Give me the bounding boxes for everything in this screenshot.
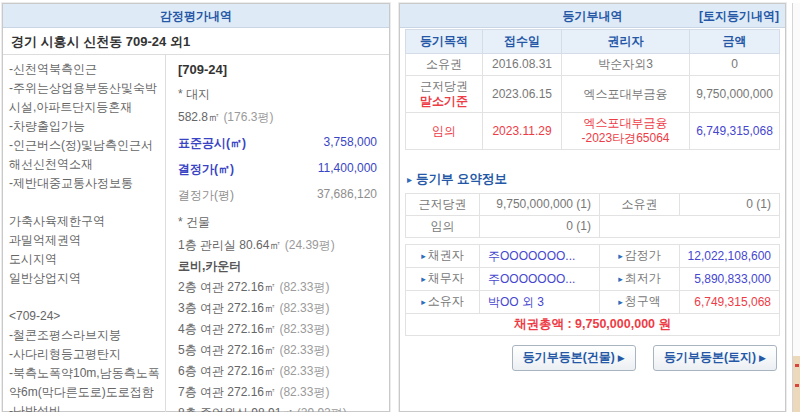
registry-holder-cell: 엑스포대부금융 (562, 76, 690, 113)
building-line-text: 1층 관리실 80.64㎡ (178, 238, 281, 252)
registry-header-row: 등기목적 접수일 권리자 금액 (406, 30, 780, 54)
party-label: 채무자 (428, 271, 464, 285)
registry-holder-case: -2023타경65064 (564, 131, 687, 146)
appraisal-note-line: -북측노폭약10m,남동측노폭약6m(막다른도로)도로접함 (9, 364, 162, 402)
summary-counts-table: 근저당권 9,750,000,000 (1) 소유권 0 (1) 임의 0 (1… (405, 193, 780, 238)
registry-summary-title-text: 등기부 요약정보 (416, 172, 507, 186)
party-label: 소유자 (428, 294, 464, 308)
building-line: 로비,카운터 (178, 258, 379, 275)
registry-panel-title: 등기부내역 [토지등기내역] (400, 4, 785, 28)
summary-counts-row: 근저당권 9,750,000,000 (1) 소유권 0 (1) (406, 194, 780, 216)
registry-row: 근저당권 말소기준 2023.06.15 엑스포대부금융 9,750,000,0… (406, 76, 780, 113)
registry-panel: 등기부내역 [토지등기내역] 등기목적 접수일 권리자 금액 (399, 3, 786, 412)
appraisal-note-line: 도시지역 (9, 250, 162, 269)
building-line-text: 5층 여관 272.16㎡ (178, 343, 276, 357)
registry-summary-title: ▸등기부 요약정보 (407, 171, 778, 188)
row-marker-icon: ▸ (618, 274, 623, 284)
building-line-pyeong: (82.33평) (279, 385, 329, 399)
appraisal-body: -신천역북측인근 -주위는상업용부동산및숙박시설,아파트단지등혼재 -차량출입가… (3, 55, 389, 412)
appraisal-note-line: -인근버스(정)및남측인근서해선신천역소재 (9, 136, 162, 174)
building-line: 8층 종업원실 98.91㎡ (29.92평) (178, 405, 379, 412)
registry-purpose: 근저당권 (408, 79, 480, 94)
building-line-text: 6층 여관 272.16㎡ (178, 364, 276, 378)
summary-label: 근저당권 (406, 194, 480, 216)
price-label-cell: ▸감정가 (600, 245, 680, 268)
summary-label: 소유권 (600, 194, 680, 216)
col-amount: 금액 (690, 30, 780, 54)
registry-holder: 박순자외3 (564, 57, 687, 72)
registry-table: 등기목적 접수일 권리자 금액 소유권 2016. (405, 29, 780, 150)
registry-date: 2023.06.15 (483, 76, 562, 113)
land-area-pyeong: (176.3평) (223, 110, 273, 124)
building-line-text: 4층 여관 272.16㎡ (178, 322, 276, 336)
building-line: 6층 여관 272.16㎡ (82.33평) (178, 363, 379, 380)
appraisal-note-line: -주위는상업용부동산및숙박시설,아파트단지등혼재 (9, 79, 162, 117)
party-label-cell: ▸채무자 (406, 268, 480, 291)
appraisal-note-line: -신천역북측인근 (9, 60, 162, 79)
party-value: 주OOOOOOO... (480, 268, 600, 291)
registry-amount: 0 (690, 54, 780, 76)
price-label: 감정가 (625, 248, 661, 262)
summary-empty-cell (600, 216, 780, 238)
appraisal-note-line: -난방설비 (9, 402, 162, 412)
land-registry-tag[interactable]: [토지등기내역] (699, 4, 779, 28)
registry-copy-building-button[interactable]: 등기부등본(건물)▶ (512, 345, 636, 371)
building-line-pyeong: (29.92평) (297, 406, 347, 412)
price-label-cell: ▸청구액 (600, 291, 680, 314)
price-rows: 표준공시(㎡) 3,758,000 결정가(㎡) 11,400,000 결정가(… (178, 135, 379, 204)
building-line-pyeong: (82.33평) (279, 322, 329, 336)
party-value: 박OO 외 3 (480, 291, 600, 314)
registry-holder: 엑스포대부금융 (564, 116, 687, 131)
appraisal-notes-column: -신천역북측인근 -주위는상업용부동산및숙박시설,아파트단지등혼재 -차량출입가… (3, 55, 166, 412)
registry-purpose-cell: 근저당권 말소기준 (406, 76, 483, 113)
building-line-text: 로비,카운터 (178, 259, 241, 273)
registry-copy-land-button[interactable]: 등기부등본(토지)▶ (653, 345, 777, 371)
summary-value: 0 (1) (680, 194, 780, 216)
building-line: 5층 여관 272.16㎡ (82.33평) (178, 342, 379, 359)
summary-label: 임의 (406, 216, 480, 238)
section-marker-icon: ▸ (407, 174, 412, 185)
appraisal-note-line: -제반대중교통사정보통 (9, 174, 162, 193)
land-heading: * 대지 (178, 86, 379, 103)
registry-holder-cell: 엑스포대부금융 -2023타경65064 (562, 113, 690, 150)
party-label: 채권자 (428, 248, 464, 262)
price-value: 12,022,108,600 (680, 245, 780, 268)
party-value: 주OOOOOOO... (480, 245, 600, 268)
price-value: 5,890,833,000 (680, 268, 780, 291)
adjacent-panel-map-fragment (793, 356, 800, 412)
registry-row: 소유권 2016.08.31 박순자외3 0 (406, 54, 780, 76)
price-label-cell: ▸최저가 (600, 268, 680, 291)
price-row: 결정가(평) 37,686,120 (178, 187, 379, 204)
party-label-cell: ▸채권자 (406, 245, 480, 268)
appraisal-detail-column: [709-24] * 대지 582.8㎡ (176.3평) 표준공시(㎡) 3,… (166, 55, 389, 412)
summary-counts-row: 임의 0 (1) (406, 216, 780, 238)
price-label: 청구액 (625, 294, 661, 308)
registry-row: 임의 2023.11.29 엑스포대부금융 -2023타경65064 6,749… (406, 113, 780, 150)
page: 감정평가내역 경기 시흥시 신천동 709-24 외1 -신천역북측인근 -주위… (0, 0, 800, 412)
appraisal-note-line: <709-24> (9, 307, 162, 326)
registry-purpose: 소유권 (408, 57, 480, 72)
summary-value: 0 (1) (480, 216, 600, 238)
building-heading: * 건물 (178, 214, 379, 231)
registry-purpose-sub: 말소기준 (408, 94, 480, 109)
building-line-pyeong: (82.33평) (279, 301, 329, 315)
appraisal-note-line: 가축사육제한구역 (9, 212, 162, 231)
registry-copy-land-label: 등기부등본(토지) (664, 350, 756, 364)
appraisal-panel: 감정평가내역 경기 시흥시 신천동 709-24 외1 -신천역북측인근 -주위… (2, 3, 390, 412)
building-line-pyeong: (82.33평) (279, 364, 329, 378)
row-marker-icon: ▸ (421, 297, 426, 307)
summary-parties-row: ▸채권자 주OOOOOOO... ▸감정가 12,022,108,600 (406, 245, 780, 268)
property-address: 경기 시흥시 신천동 709-24 외1 (3, 28, 389, 55)
adjacent-panel-sliver (792, 3, 800, 412)
row-marker-icon: ▸ (421, 274, 426, 284)
building-line-text: 7층 여관 272.16㎡ (178, 385, 276, 399)
registry-purpose: 임의 (408, 124, 480, 139)
building-line-pyeong: (82.33평) (279, 280, 329, 294)
price-value: 6,749,315,068 (680, 291, 780, 314)
row-marker-icon: ▸ (618, 251, 623, 261)
building-line: 1층 관리실 80.64㎡ (24.39평) (178, 237, 379, 254)
price-value: 37,686,120 (317, 187, 377, 204)
building-line-text: 8층 종업원실 98.91㎡ (178, 406, 293, 412)
building-line-pyeong: (24.39평) (285, 238, 335, 252)
building-line: 4층 여관 272.16㎡ (82.33평) (178, 321, 379, 338)
